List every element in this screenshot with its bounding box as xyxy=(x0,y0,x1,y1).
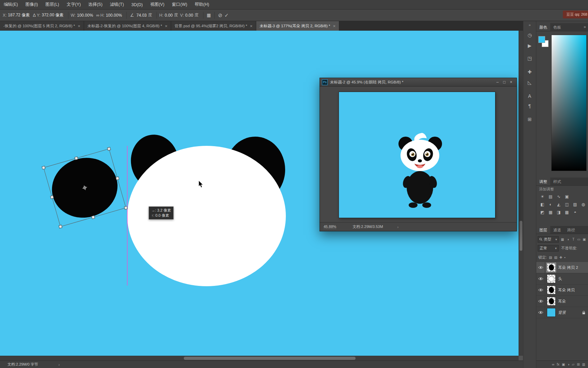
layer-thumbnail[interactable] xyxy=(547,308,556,317)
menu-layer[interactable]: 图层(L) xyxy=(42,0,63,9)
handle-bottom-center[interactable] xyxy=(92,216,95,219)
handle-bottom-left[interactable] xyxy=(59,225,62,228)
blend-mode-dropdown[interactable]: 正常 ▾ xyxy=(538,245,559,251)
info-panel-icon[interactable]: ✚ xyxy=(523,69,536,75)
angle-value[interactable]: 74.03 xyxy=(136,13,147,18)
tab-channels[interactable]: 通道 xyxy=(550,226,564,234)
close-tab-icon[interactable]: × xyxy=(165,24,167,29)
measure-panel-icon[interactable]: ◺ xyxy=(523,80,536,85)
collapse-panels-icon[interactable]: » xyxy=(584,23,588,31)
layer-row-head[interactable]: 头 xyxy=(536,273,588,285)
floating-window-titlebar[interactable]: Ps 未标题-2 @ 45.9% (右眼睛 拷贝, RGB/8) * – □ × xyxy=(320,78,517,87)
layer-name[interactable]: 耳朵 拷贝 2 xyxy=(558,265,578,270)
posterize-icon[interactable]: ▦ xyxy=(547,210,554,215)
handle-bottom-right[interactable] xyxy=(124,206,128,210)
link-dimensions-icon[interactable]: ∞ xyxy=(95,13,100,18)
layer-visibility-toggle[interactable] xyxy=(536,307,545,318)
menu-type[interactable]: 文字(Y) xyxy=(63,0,85,9)
layer-row-ear-copy[interactable]: 耳朵 拷贝 xyxy=(536,285,588,296)
menu-image[interactable]: 图像(I) xyxy=(22,0,42,9)
v-skew-value[interactable]: 0.00 xyxy=(185,13,193,18)
tab-color[interactable]: 颜色 xyxy=(536,23,550,31)
expand-panels-icon[interactable]: » xyxy=(523,23,536,27)
hue-saturation-icon[interactable]: ◐ xyxy=(547,202,554,207)
w-value[interactable]: 100.00% xyxy=(77,13,93,18)
exposure-icon[interactable]: ▣ xyxy=(564,194,570,199)
interpolation-icon[interactable]: ▦ xyxy=(206,13,212,18)
vertical-scrollbar[interactable] xyxy=(519,31,523,356)
status-options-chevron[interactable]: › xyxy=(59,363,60,367)
menu-filter[interactable]: 滤镜(T) xyxy=(106,0,128,9)
y-position-field[interactable]: Y: 372.00 像素 xyxy=(37,12,64,18)
layer-name[interactable]: 头 xyxy=(558,276,562,281)
filter-type-icon[interactable]: T xyxy=(571,237,576,241)
layer-effects-icon[interactable]: fx xyxy=(557,363,559,366)
tab-paths[interactable]: 路径 xyxy=(564,226,578,234)
lock-all-icon[interactable]: ▪ xyxy=(564,256,566,259)
h-value[interactable]: 100.00% xyxy=(106,13,122,18)
y-value[interactable]: 372.00 像素 xyxy=(42,12,64,18)
layer-name[interactable]: 背景 xyxy=(558,310,566,315)
close-tab-icon[interactable]: × xyxy=(250,24,253,29)
layer-visibility-toggle[interactable] xyxy=(536,273,545,284)
horizontal-scrollbar[interactable] xyxy=(0,356,519,361)
brightness-contrast-icon[interactable]: ☀ xyxy=(539,194,546,199)
layer-thumbnail[interactable] xyxy=(547,263,556,272)
filter-smart-object-icon[interactable]: ▣ xyxy=(582,237,587,241)
x-value[interactable]: 187.72 像素 xyxy=(8,12,30,18)
h-skew-value[interactable]: 0.00 xyxy=(165,13,173,18)
floating-document-window[interactable]: Ps 未标题-2 @ 45.9% (右眼睛 拷贝, RGB/8) * – □ × xyxy=(320,78,517,231)
maximize-button[interactable]: □ xyxy=(501,80,508,85)
properties-panel-icon[interactable]: ◳ xyxy=(523,56,536,61)
actions-panel-icon[interactable]: ▶ xyxy=(523,43,536,48)
document-tab-2[interactable]: 未标题-2-恢复的 @ 100%(图层 4, RGB/8) * × xyxy=(84,21,171,31)
menu-3d[interactable]: 3D(D) xyxy=(128,0,146,9)
glyphs-panel-icon[interactable]: ⊞ xyxy=(523,117,536,122)
document-tab-4-active[interactable]: 未标题-3 @ 177%(耳朵 拷贝 2, RGB/8) * × xyxy=(256,21,339,31)
zoom-level-field[interactable]: 45.88% xyxy=(324,225,336,229)
handle-top-right[interactable] xyxy=(107,147,111,151)
tab-swatches[interactable]: 色板 xyxy=(550,23,564,31)
menu-help[interactable]: 帮助(H) xyxy=(191,0,213,9)
rotation-field[interactable]: ∠ 74.03 度 xyxy=(129,12,152,18)
layer-name[interactable]: 耳朵 拷贝 xyxy=(558,288,575,293)
h-skew-field[interactable]: H: 0.00 度 xyxy=(159,12,178,18)
filter-adjustment-icon[interactable]: ◑ xyxy=(566,237,570,241)
menu-edit[interactable]: 编辑(E) xyxy=(0,0,22,9)
layer-filter-type-dropdown[interactable]: 类型 ▾ xyxy=(538,236,559,243)
status-options-chevron[interactable]: › xyxy=(397,225,399,229)
menu-select[interactable]: 选择(S) xyxy=(84,0,106,9)
layer-visibility-toggle[interactable] xyxy=(536,262,545,273)
color-balance-icon[interactable]: ◭ xyxy=(555,202,562,207)
cancel-transform-button[interactable]: ⊘ xyxy=(217,12,224,18)
threshold-icon[interactable]: ◨ xyxy=(555,210,562,215)
layer-thumbnail[interactable] xyxy=(547,297,556,306)
layer-row-background[interactable]: 背景 xyxy=(536,307,588,318)
v-skew-field[interactable]: V: 0.00 度 xyxy=(180,12,198,18)
layer-visibility-toggle[interactable] xyxy=(536,285,545,295)
width-scale-field[interactable]: W: 100.00% xyxy=(71,13,93,18)
relative-position-icon[interactable]: Δ xyxy=(32,13,37,18)
tab-adjustments[interactable]: 调整 xyxy=(536,178,550,185)
menu-view[interactable]: 视图(V) xyxy=(146,0,168,9)
layer-name[interactable]: 耳朵 xyxy=(558,299,566,304)
horizontal-scrollbar-thumb[interactable] xyxy=(184,357,356,360)
add-mask-icon[interactable]: ▣ xyxy=(562,363,565,366)
link-layers-icon[interactable]: ∞ xyxy=(552,363,554,366)
handle-top-left[interactable] xyxy=(42,166,45,169)
height-scale-field[interactable]: H: 100.00% xyxy=(100,13,122,18)
vertical-scrollbar-thumb[interactable] xyxy=(520,221,522,251)
new-layer-icon[interactable]: ⊞ xyxy=(577,363,579,366)
levels-icon[interactable]: ▤ xyxy=(547,194,554,199)
delete-layer-icon[interactable]: ▥ xyxy=(582,363,585,366)
new-group-icon[interactable]: ▱ xyxy=(572,363,574,366)
floating-window-canvas[interactable] xyxy=(339,92,495,218)
paragraph-panel-icon[interactable]: ¶ xyxy=(523,103,536,109)
vibrance-icon[interactable]: ◧ xyxy=(539,202,546,207)
lock-transparency-icon[interactable]: ▨ xyxy=(549,256,552,259)
tab-layers[interactable]: 图层 xyxy=(536,226,550,234)
free-transform-group[interactable] xyxy=(42,147,128,228)
layer-row-ear-copy-2[interactable]: 耳朵 拷贝 2 xyxy=(536,262,588,273)
layer-thumbnail[interactable] xyxy=(547,274,556,283)
layer-row-ear[interactable]: 耳朵 xyxy=(536,296,588,307)
